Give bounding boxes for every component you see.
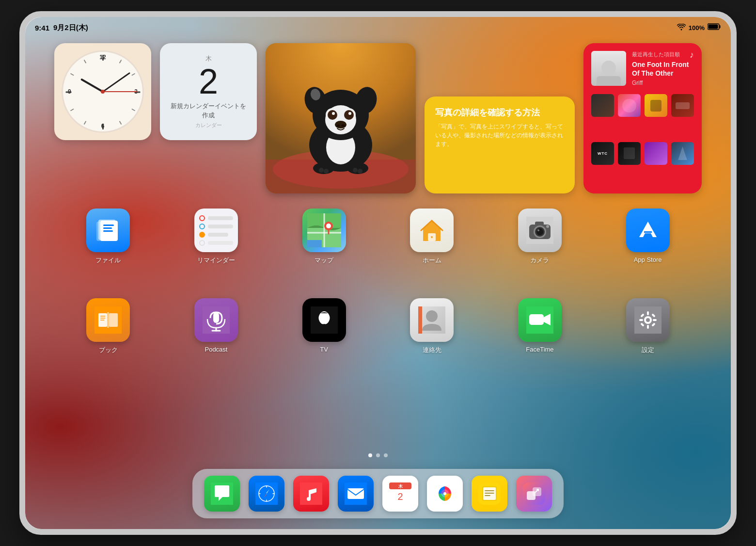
svg-rect-52 <box>109 313 118 327</box>
svg-point-16 <box>335 121 346 128</box>
svg-point-48 <box>546 225 549 228</box>
app-contacts[interactable]: 連絡先 <box>403 298 461 354</box>
dock-notes[interactable] <box>472 476 507 512</box>
app-files[interactable]: ファイル <box>79 209 137 265</box>
mail-dock-icon <box>338 476 374 512</box>
app-tv[interactable]: TV TV <box>295 298 353 354</box>
battery-percent: 100% <box>689 24 705 32</box>
album-1[interactable] <box>591 94 614 117</box>
svg-rect-47 <box>535 222 544 225</box>
screen: 9:41 9月2日(木) 100% <box>25 17 731 529</box>
app-row-1: ファイル <box>54 209 702 265</box>
dock: 木 2 <box>192 469 564 518</box>
svg-text:木: 木 <box>398 484 403 489</box>
files-label: ファイル <box>95 256 121 265</box>
svg-point-18 <box>342 125 345 127</box>
svg-point-15 <box>348 112 351 115</box>
svg-rect-31 <box>103 225 114 226</box>
svg-point-91 <box>443 492 446 495</box>
dock-mail[interactable] <box>338 476 374 512</box>
music-track-title: One Foot In Front Of The Other <box>632 60 694 78</box>
dock-music[interactable] <box>293 476 329 512</box>
calendar-dock-icon: 木 2 <box>382 476 418 512</box>
app-settings[interactable]: 設定 <box>619 298 677 354</box>
settings-label: 設定 <box>642 346 654 354</box>
svg-text:2: 2 <box>397 491 403 502</box>
page-dots <box>368 453 388 457</box>
clock-face: 12 3 6 9 <box>62 50 144 133</box>
dock-shortcuts[interactable] <box>516 476 552 512</box>
dock-safari[interactable] <box>249 476 284 512</box>
app-appstore[interactable]: App Store <box>619 209 677 265</box>
svg-point-17 <box>337 125 340 127</box>
svg-point-12 <box>328 110 337 120</box>
music-widget[interactable]: 最近再生した項目順 One Foot In Front Of The Other… <box>583 43 702 193</box>
album-2[interactable] <box>618 94 641 117</box>
page-dot-3[interactable] <box>384 453 388 457</box>
svg-point-26 <box>353 168 358 173</box>
tv-icon: TV <box>302 298 346 342</box>
tips-body: 「写真」で、写真を上にスワイプすると、写っている人や、撮影された場所などの情報が… <box>435 122 564 148</box>
tv-label: TV <box>320 346 328 353</box>
svg-rect-73 <box>647 325 649 329</box>
app-facetime[interactable]: FaceTime <box>511 298 569 354</box>
svg-point-27 <box>358 169 362 174</box>
calendar-label: カレンダー <box>195 122 222 129</box>
svg-rect-49 <box>644 231 652 233</box>
svg-rect-74 <box>639 319 643 321</box>
svg-rect-85 <box>347 488 364 499</box>
svg-point-14 <box>332 112 335 115</box>
status-bar: 9:41 9月2日(木) 100% <box>25 17 731 38</box>
books-label: ブック <box>99 346 118 354</box>
music-now-playing: 最近再生した項目順 One Foot In Front Of The Other… <box>591 51 694 86</box>
app-reminders[interactable]: リマインダー <box>187 209 245 265</box>
second-hand <box>103 91 138 92</box>
svg-rect-36 <box>307 240 322 247</box>
svg-point-46 <box>537 229 539 231</box>
dock-photos[interactable] <box>427 476 463 512</box>
tips-widget[interactable]: 写真の詳細を確認する方法 「写真」で、写真を上にスワイプすると、写っている人や、… <box>425 96 575 193</box>
svg-point-71 <box>646 318 650 322</box>
appstore-icon <box>626 209 670 252</box>
hour-hand <box>80 78 103 92</box>
album-7[interactable] <box>645 142 667 165</box>
svg-rect-100 <box>533 487 541 496</box>
maps-icon <box>302 209 346 252</box>
notes-dock-icon <box>472 476 507 512</box>
app-home[interactable]: ホーム <box>403 209 461 265</box>
page-dot-1[interactable] <box>368 453 372 457</box>
contacts-icon <box>410 298 454 342</box>
photos-dock-icon <box>427 476 463 512</box>
page-dot-2[interactable] <box>376 453 380 457</box>
music-info: 最近再生した項目順 One Foot In Front Of The Other… <box>632 51 694 86</box>
ipad-frame: 9:41 9月2日(木) 100% <box>19 11 737 535</box>
album-3[interactable] <box>645 94 667 117</box>
dock-messages[interactable] <box>204 476 240 512</box>
safari-dock-icon <box>249 476 284 512</box>
shortcuts-dock-icon <box>516 476 552 512</box>
svg-rect-32 <box>103 227 112 229</box>
album-5[interactable]: WTC <box>591 142 614 165</box>
album-6[interactable] <box>618 142 641 165</box>
svg-point-25 <box>324 169 329 174</box>
camera-label: カメラ <box>530 256 549 265</box>
photo-widget[interactable] <box>266 43 416 193</box>
wifi-icon <box>677 24 686 32</box>
svg-point-13 <box>344 110 354 120</box>
app-row-2: ブック <box>54 298 702 354</box>
svg-rect-66 <box>418 306 422 334</box>
app-camera[interactable]: カメラ <box>511 209 569 265</box>
album-4[interactable] <box>671 94 694 117</box>
dock-calendar[interactable]: 木 2 <box>382 476 418 512</box>
clock-widget[interactable]: 12 3 6 9 <box>54 43 151 140</box>
app-podcasts[interactable]: Podcast <box>187 298 245 354</box>
app-maps[interactable]: マップ <box>295 209 353 265</box>
settings-icon <box>626 298 670 342</box>
calendar-widget[interactable]: 木 2 新規カレンダーイベントを作成 カレンダー <box>160 43 257 140</box>
reminders-label: リマインダー <box>197 256 235 265</box>
app-books[interactable]: ブック <box>79 298 137 354</box>
appstore-label: App Store <box>634 256 662 263</box>
album-8[interactable] <box>671 142 694 165</box>
svg-point-22 <box>313 162 334 174</box>
battery-icon <box>708 23 721 32</box>
